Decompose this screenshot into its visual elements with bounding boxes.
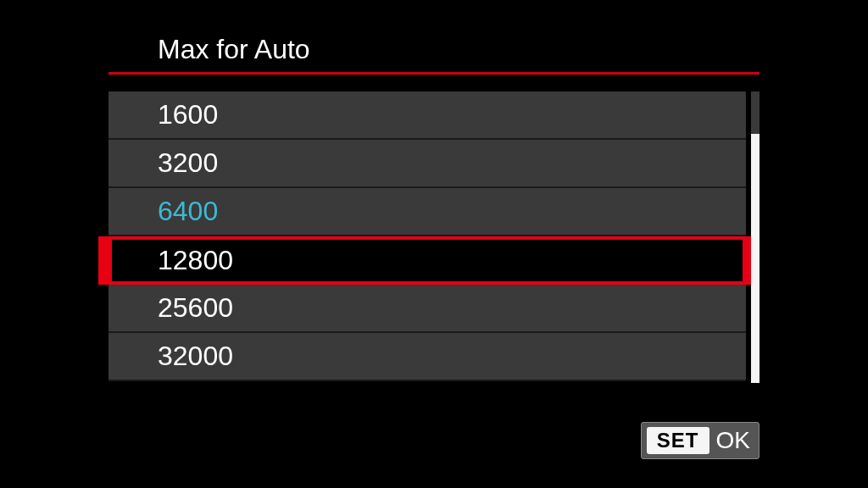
set-button[interactable]: SET [647, 427, 709, 454]
options-list-container: 160032006400128002560032000 [108, 92, 760, 381]
scrollbar-thumb[interactable] [751, 134, 760, 383]
scrollbar-track[interactable] [751, 92, 760, 383]
list-item[interactable]: 25600 [108, 285, 746, 333]
menu-screen: Max for Auto 160032006400128002560032000 [108, 34, 760, 381]
ok-label: OK [716, 427, 750, 454]
options-list[interactable]: 160032006400128002560032000 [108, 92, 746, 381]
list-item[interactable]: 6400 [108, 188, 746, 236]
footer-hint: SET OK [641, 422, 760, 459]
list-item[interactable]: 3200 [108, 140, 746, 188]
list-item[interactable]: 32000 [108, 333, 746, 381]
title-underline [108, 72, 760, 75]
list-item[interactable]: 12800 [108, 236, 746, 285]
page-title: Max for Auto [108, 34, 760, 72]
list-item[interactable]: 1600 [108, 92, 746, 140]
